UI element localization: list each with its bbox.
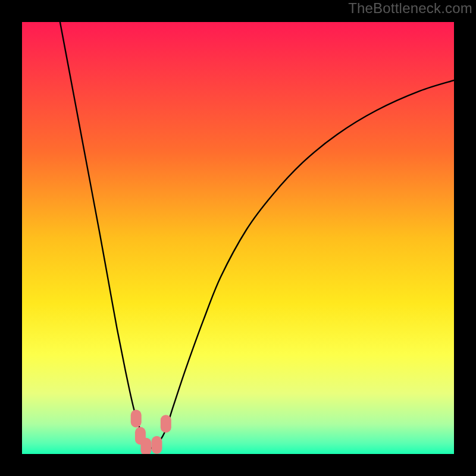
chart-frame: TheBottleneck.com xyxy=(0,0,476,476)
pt-right-upper xyxy=(161,415,171,433)
chart-svg xyxy=(22,22,454,454)
watermark: TheBottleneck.com xyxy=(348,0,472,17)
pt-bottom-left xyxy=(140,438,151,454)
pt-bottom-right xyxy=(152,436,162,454)
pt-left-upper xyxy=(131,410,142,428)
chart-plot-area xyxy=(22,22,454,454)
chart-background xyxy=(22,22,454,454)
